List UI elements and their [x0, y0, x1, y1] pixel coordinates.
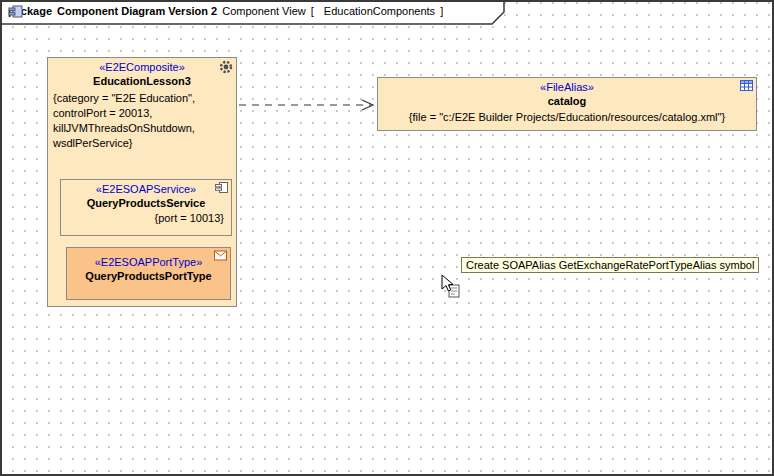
filealias-stereotype: «FileAlias»	[378, 78, 756, 93]
composite-property-line: wsdlPerService}	[53, 136, 232, 151]
composite-property-line: {category = "E2E Education",	[53, 91, 232, 106]
component-educationlesson3[interactable]: «E2EComposite» EducationLesson3 {categor…	[47, 57, 237, 307]
component-catalog[interactable]: «FileAlias» catalog {file = "c:/E2E Buil…	[377, 77, 757, 131]
tooltip: Create SOAPAlias GetExchangeRatePortType…	[461, 257, 759, 273]
porttype-stereotype: «E2ESOAPPortType»	[67, 253, 230, 268]
porttype-name: QueryProductsPortType	[67, 268, 230, 282]
envelope-icon	[214, 250, 227, 261]
frame-bracket-close: ]	[440, 5, 443, 17]
gear-icon	[219, 60, 233, 74]
frame-view-name: Component View	[222, 5, 306, 17]
diagram-frame-header[interactable]: package Component Diagram Version 2 Comp…	[0, 0, 506, 25]
service-stereotype: «E2ESOAPService»	[61, 180, 231, 195]
composite-stereotype: «E2EComposite»	[48, 58, 236, 73]
filealias-name: catalog	[378, 93, 756, 107]
composite-properties: {category = "E2E Education", controlPort…	[48, 87, 236, 151]
diagram-canvas: package Component Diagram Version 2 Comp…	[0, 0, 774, 476]
composite-name: EducationLesson3	[48, 73, 236, 87]
frame-diagram-name: EducationComponents	[324, 5, 435, 17]
composite-property-line: controlPort = 20013,	[53, 106, 232, 121]
filealias-file-property: {file = "c:/E2E Builder Projects/Educati…	[378, 107, 756, 125]
frame-title: Component Diagram Version 2	[57, 5, 217, 17]
service-port-property: {port = 10013}	[61, 209, 231, 226]
create-symbol-cursor-icon	[439, 274, 463, 300]
service-name: QueryProductsService	[61, 195, 231, 209]
dependency-connector[interactable]	[237, 97, 379, 113]
frame-bracket-open: [	[311, 5, 314, 17]
component-queryproductsservice[interactable]: «E2ESOAPService» QueryProductsService {p…	[60, 179, 232, 236]
table-icon	[740, 80, 753, 91]
composite-property-line: killJVMThreadsOnShutdown,	[53, 121, 232, 136]
uml-component-icon	[215, 182, 228, 193]
component-queryproductsporttype[interactable]: «E2ESOAPPortType» QueryProductsPortType	[66, 247, 231, 300]
